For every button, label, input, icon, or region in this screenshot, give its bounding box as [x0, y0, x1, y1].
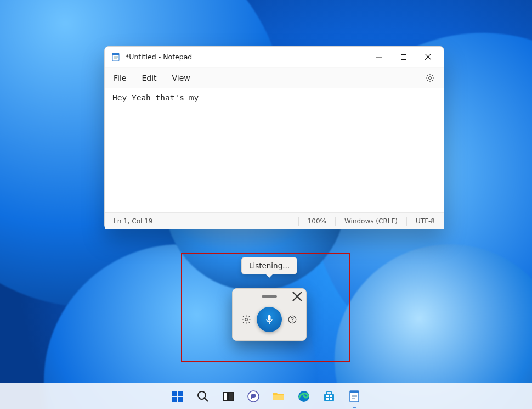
svg-rect-28	[327, 391, 331, 394]
drag-handle[interactable]	[262, 295, 277, 298]
voice-help-button[interactable]	[284, 311, 301, 328]
microphone-button[interactable]	[257, 307, 282, 332]
menubar: File Edit View	[105, 68, 444, 88]
window-title: *Untitled - Notepad	[126, 53, 366, 61]
text-caret	[199, 93, 199, 102]
notepad-icon	[111, 53, 120, 61]
chat-button[interactable]	[244, 386, 263, 406]
svg-line-21	[205, 398, 208, 401]
search-button[interactable]	[193, 386, 213, 406]
voice-header[interactable]	[233, 289, 306, 304]
notepad-window[interactable]: *Untitled - Notepad File Edit View	[104, 46, 444, 229]
svg-rect-31	[326, 398, 329, 400]
notepad-taskbar-button[interactable]	[344, 386, 364, 406]
task-view-button[interactable]	[218, 386, 238, 406]
svg-rect-30	[330, 395, 332, 397]
svg-point-15	[292, 321, 292, 322]
status-position: Ln 1, Col 19	[105, 217, 162, 225]
svg-rect-29	[326, 395, 329, 397]
voice-typing-popup[interactable]: Listening...	[232, 288, 307, 341]
status-encoding[interactable]: UTF-8	[407, 217, 444, 225]
desktop: *Untitled - Notepad File Edit View	[0, 0, 532, 409]
menu-view[interactable]: View	[172, 74, 190, 82]
status-zoom[interactable]: 100%	[299, 217, 335, 225]
svg-rect-25	[273, 395, 284, 400]
voice-tooltip: Listening...	[241, 257, 297, 274]
svg-rect-19	[178, 397, 183, 402]
microsoft-store-button[interactable]	[319, 386, 339, 406]
settings-button[interactable]	[425, 73, 435, 83]
svg-rect-16	[172, 391, 177, 396]
svg-rect-6	[401, 54, 406, 59]
maximize-button[interactable]	[391, 49, 416, 65]
svg-point-20	[198, 391, 206, 399]
svg-rect-1	[112, 53, 119, 55]
svg-rect-27	[324, 394, 334, 401]
statusbar: Ln 1, Col 19 100% Windows (CRLF) UTF-8	[105, 212, 444, 229]
menu-edit[interactable]: Edit	[142, 74, 156, 82]
file-explorer-button[interactable]	[269, 386, 288, 406]
status-line-ending[interactable]: Windows (CRLF)	[336, 217, 406, 225]
svg-rect-13	[269, 322, 270, 324]
voice-settings-button[interactable]	[238, 311, 254, 328]
editor-content: Hey Yeah that's my	[112, 93, 199, 102]
voice-card[interactable]	[232, 288, 307, 341]
svg-rect-22	[223, 393, 228, 400]
svg-rect-17	[178, 391, 183, 396]
menu-file[interactable]: File	[114, 74, 126, 82]
svg-rect-34	[350, 391, 359, 393]
start-button[interactable]	[168, 386, 188, 406]
svg-point-12	[245, 318, 248, 321]
voice-close-button[interactable]	[292, 291, 303, 302]
minimize-button[interactable]	[366, 49, 391, 65]
svg-rect-32	[330, 398, 332, 400]
titlebar[interactable]: *Untitled - Notepad	[105, 47, 444, 68]
svg-rect-18	[172, 397, 177, 402]
close-button[interactable]	[416, 49, 440, 65]
edge-button[interactable]	[294, 386, 314, 406]
taskbar[interactable]	[0, 383, 532, 409]
text-editor[interactable]: Hey Yeah that's my	[105, 88, 444, 212]
svg-rect-23	[229, 393, 233, 400]
svg-point-9	[429, 76, 432, 79]
